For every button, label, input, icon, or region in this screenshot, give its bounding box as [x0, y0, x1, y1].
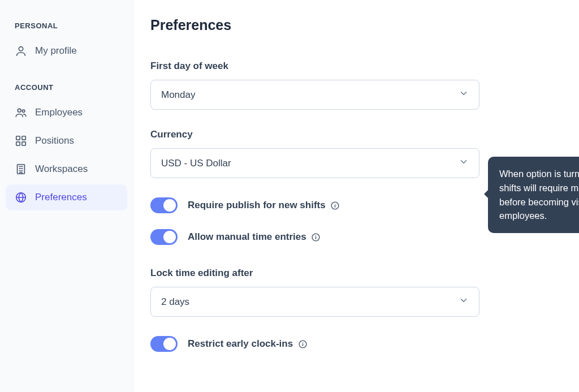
svg-point-1 [18, 109, 21, 112]
toggle-label-text: Require publish for new shifts [188, 200, 326, 211]
chevron-down-icon [459, 88, 469, 101]
sidebar-section-personal: PERSONAL [6, 18, 127, 38]
chevron-down-icon [459, 295, 469, 308]
field-label: First day of week [150, 61, 556, 72]
sidebar-section-account: ACCOUNT [6, 80, 127, 100]
sidebar-item-label: Preferences [35, 192, 87, 203]
sidebar-item-label: My profile [35, 45, 77, 57]
sidebar-item-preferences[interactable]: Preferences [6, 184, 127, 210]
svg-point-0 [19, 47, 23, 51]
select-value: Monday [161, 89, 195, 101]
users-icon [15, 106, 27, 119]
field-lock-time-editing: Lock time editing after 2 days [150, 268, 556, 317]
info-icon[interactable] [311, 232, 321, 242]
svg-rect-3 [16, 136, 20, 140]
toggle-label: Require publish for new shifts [188, 200, 340, 211]
info-icon[interactable] [330, 200, 340, 210]
building-icon [15, 163, 27, 175]
sidebar-item-positions[interactable]: Positions [6, 128, 127, 154]
info-icon[interactable] [297, 339, 308, 349]
chevron-down-icon [459, 157, 469, 170]
toggle-label-text: Allow manual time entries [188, 231, 306, 243]
svg-rect-5 [16, 142, 20, 145]
restrict-early-clock-ins-toggle[interactable] [150, 336, 178, 352]
svg-point-2 [22, 110, 24, 112]
user-icon [15, 45, 27, 57]
sidebar-item-label: Employees [35, 107, 83, 118]
toggle-label: Restrict early clock-ins [188, 338, 308, 350]
tooltip-text: When option is turned on, new shifts wil… [499, 169, 579, 221]
require-publish-toggle[interactable] [150, 197, 178, 213]
main-content: Preferences First day of week Monday Cur… [133, 0, 579, 392]
currency-select[interactable]: USD - US Dollar [150, 148, 479, 178]
svg-rect-4 [22, 136, 25, 140]
sidebar-item-workspaces[interactable]: Workspaces [6, 156, 127, 182]
toggle-label-text: Restrict early clock-ins [188, 338, 293, 350]
select-value: USD - US Dollar [161, 158, 231, 169]
grid-icon [15, 135, 27, 147]
tooltip: When option is turned on, new shifts wil… [488, 157, 579, 233]
field-first-day-of-week: First day of week Monday [150, 61, 556, 110]
svg-rect-6 [22, 142, 25, 145]
field-label: Lock time editing after [150, 268, 556, 279]
allow-manual-time-toggle[interactable] [150, 229, 178, 245]
sidebar-item-label: Positions [35, 135, 74, 147]
first-day-of-week-select[interactable]: Monday [150, 80, 479, 110]
sidebar-item-label: Workspaces [35, 163, 88, 175]
field-label: Currency [150, 129, 556, 140]
sidebar: PERSONAL My profile ACCOUNT Employees Po… [0, 0, 133, 392]
globe-icon [15, 191, 27, 204]
toggle-label: Allow manual time entries [188, 231, 321, 243]
sidebar-item-my-profile[interactable]: My profile [6, 38, 127, 64]
page-title: Preferences [150, 17, 556, 33]
sidebar-item-employees[interactable]: Employees [6, 100, 127, 126]
toggle-restrict-early-clock-ins-row: Restrict early clock-ins [150, 336, 556, 352]
select-value: 2 days [161, 296, 189, 308]
lock-time-editing-select[interactable]: 2 days [150, 287, 479, 317]
